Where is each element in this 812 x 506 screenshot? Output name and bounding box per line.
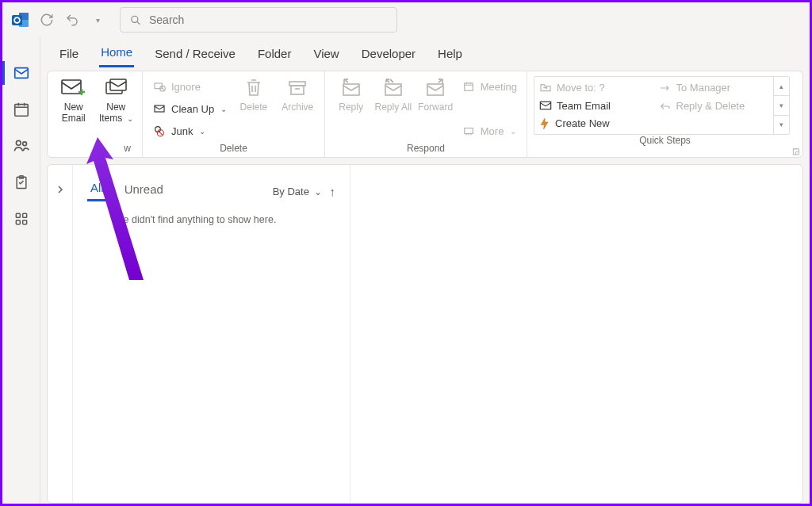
rail-more-apps[interactable] [2,201,40,237]
new-email-button[interactable]: New Email [54,75,94,125]
mail-icon [13,64,30,82]
qs-create-new[interactable]: Create New [539,114,649,132]
tasks-icon [13,174,29,191]
people-icon [12,137,31,155]
new-items-label: New Items ⌄ [97,102,136,125]
chevron-right-icon [56,186,64,194]
new-items-button[interactable]: New Items ⌄ [97,75,136,125]
calendar-icon [13,101,30,118]
group-respond-label: Respond [331,143,520,155]
reply-delete-icon [659,102,672,111]
more-icon [462,125,476,136]
new-email-icon [60,76,87,100]
sync-icon[interactable] [36,9,58,31]
svg-rect-28 [465,83,473,90]
title-bar: ▾ [2,2,810,37]
svg-point-4 [132,16,138,22]
empty-message: We didn't find anything to show here. [114,214,335,225]
junk-button[interactable]: Junk⌄ [149,121,230,141]
svg-rect-17 [110,79,126,90]
archive-icon [287,76,308,100]
apps-icon [13,211,29,227]
tab-send-receive[interactable]: Send / Receive [153,44,237,67]
svg-rect-27 [427,84,443,95]
tab-home[interactable]: Home [99,42,134,67]
reply-icon [340,76,362,100]
tab-developer[interactable]: Developer [360,44,417,67]
filter-unread[interactable]: Unread [121,182,167,201]
ignore-button[interactable]: Ignore [149,76,230,97]
svg-rect-14 [22,220,26,224]
tab-help[interactable]: Help [436,44,464,67]
outlook-logo [7,6,34,33]
svg-rect-29 [465,128,473,134]
cleanup-button[interactable]: Clean Up⌄ [149,98,230,119]
reply-button[interactable]: Reply [331,75,370,113]
team-email-icon [539,101,552,110]
qs-scroll[interactable]: ▴▾▾ [773,77,789,134]
qs-move-to[interactable]: Move to: ? [539,79,649,97]
rail-people[interactable] [2,128,40,164]
svg-rect-25 [343,84,359,95]
svg-point-7 [16,140,21,145]
new-items-icon [102,76,130,100]
more-respond-button[interactable]: More⌄ [458,121,520,141]
svg-rect-13 [16,220,20,224]
svg-point-8 [22,142,26,146]
tab-view[interactable]: View [312,44,340,67]
forward-button[interactable]: Forward [416,75,455,113]
search-box[interactable] [120,7,397,33]
forward-icon [424,76,446,100]
create-new-icon [539,117,550,130]
svg-rect-15 [62,80,81,94]
group-delete-label: Delete [149,143,318,155]
app-rail [2,37,40,504]
archive-button[interactable]: Archive [278,75,318,113]
tab-file[interactable]: File [58,44,80,67]
group-delete: Ignore Clean Up⌄ Junk⌄ Delete Archive [143,71,325,157]
new-email-label: New Email [54,102,94,125]
rail-calendar[interactable] [2,91,40,128]
group-new-label: w [54,143,136,155]
content-area: All Unread By Date ⌄ ↑ We didn't find an… [47,164,803,504]
qs-team-email[interactable]: Team Email [539,97,649,115]
qs-scroll-up[interactable]: ▴ [774,77,789,96]
qs-scroll-down[interactable]: ▾ [774,96,789,115]
group-respond: Reply Reply All Forward Meeting [325,71,527,157]
reply-all-icon [382,76,404,100]
reading-pane [350,165,802,503]
tab-folder[interactable]: Folder [256,44,293,67]
quick-steps-gallery[interactable]: Move to: ? Team Email Create New To Mana… [534,76,790,135]
folder-move-icon [539,82,552,93]
delete-button[interactable]: Delete [233,75,274,113]
search-input[interactable] [147,13,387,27]
rail-mail[interactable] [2,55,40,91]
svg-rect-2 [12,15,22,25]
reply-all-button[interactable]: Reply All [373,75,412,113]
qs-reply-delete[interactable]: Reply & Delete [659,97,769,115]
qs-to-manager[interactable]: To Manager [659,79,769,97]
junk-icon [152,125,167,137]
qs-expand[interactable]: ▾ [774,116,789,134]
ribbon: New Email New Items ⌄ w [47,71,803,158]
ignore-icon [152,80,167,93]
svg-rect-26 [385,84,401,95]
quick-steps-launcher-icon[interactable]: ◲ [792,147,799,155]
undo-icon[interactable] [61,9,83,31]
filter-all[interactable]: All [87,181,107,201]
qat-customize-icon[interactable]: ▾ [86,9,109,31]
svg-rect-6 [14,105,28,117]
meeting-button[interactable]: Meeting [458,76,520,97]
to-manager-icon [659,83,672,93]
svg-rect-24 [291,86,304,94]
delete-icon [244,76,263,100]
sort-direction-icon[interactable]: ↑ [330,185,336,198]
sort-button[interactable]: By Date ⌄ [273,186,322,197]
folder-pane-collapsed[interactable] [48,165,73,503]
rail-tasks[interactable] [2,164,40,201]
group-new: New Email New Items ⌄ w [48,71,143,157]
group-quick-steps: Move to: ? Team Email Create New To Mana… [527,71,802,157]
ribbon-tabs: File Home Send / Receive Folder View Dev… [40,37,810,67]
group-quick-steps-label: Quick Steps [534,135,796,148]
svg-rect-11 [16,213,20,217]
